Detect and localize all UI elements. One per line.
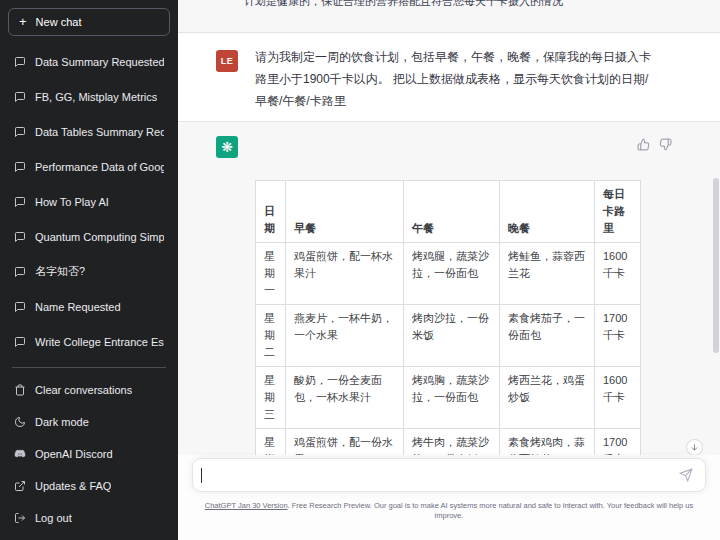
chat-bubble-icon — [14, 336, 26, 348]
menu-label: Log out — [35, 512, 72, 524]
menu-label: Clear conversations — [35, 384, 132, 396]
sidebar-chat-item[interactable]: 名字知否? — [8, 254, 170, 289]
cell-breakfast: 酸奶，一份全麦面包，一杯水果汁 — [286, 367, 404, 429]
chat-title: How To Play AI — [35, 196, 109, 208]
table-row: 星期一 鸡蛋煎饼，配一杯水果汁 烤鸡腿，蔬菜沙拉，一份面包 烤鲑鱼，蒜蓉西兰花 … — [256, 243, 641, 305]
updates-faq-button[interactable]: Updates & FAQ — [8, 470, 170, 502]
logout-icon — [14, 512, 26, 524]
discord-icon — [14, 448, 26, 460]
chat-bubble-icon — [14, 266, 26, 278]
scrollbar-thumb[interactable] — [713, 178, 719, 353]
cell-calories: 1700千卡 — [595, 305, 641, 367]
menu-label: Updates & FAQ — [35, 480, 111, 492]
footer-disclaimer: ChatGPT Jan 30 Version. Free Research Pr… — [200, 501, 698, 521]
openai-discord-button[interactable]: OpenAI Discord — [8, 438, 170, 470]
chat-title: Performance Data of Google — [35, 161, 164, 173]
cell-dinner: 烤西兰花，鸡蛋炒饭 — [500, 367, 595, 429]
cell-breakfast: 鸡蛋煎饼，配一杯水果汁 — [286, 243, 404, 305]
chat-bubble-icon — [14, 126, 26, 138]
plus-icon: + — [19, 17, 27, 27]
footer-text: . Free Research Preview. Our goal is to … — [288, 501, 694, 520]
new-chat-label: New chat — [36, 16, 82, 28]
send-icon[interactable] — [679, 468, 693, 482]
cell-day: 星期一 — [256, 243, 286, 305]
clear-conversations-button[interactable]: Clear conversations — [8, 374, 170, 406]
col-header: 晚餐 — [500, 181, 595, 243]
cell-breakfast: 燕麦片，一杯牛奶，一个水果 — [286, 305, 404, 367]
chat-title: FB, GG, Mistplay Metrics — [35, 91, 157, 103]
meal-plan-table: 日期 早餐 午餐 晚餐 每日卡路里 星期一 鸡蛋煎饼，配一杯水果汁 烤鸡腿，蔬菜… — [255, 180, 641, 455]
cell-breakfast: 鸡蛋煎饼，配一份水果 — [286, 429, 404, 456]
cell-calories: 1600千卡 — [595, 367, 641, 429]
cell-day: 星期四 — [256, 429, 286, 456]
composer-area: ChatGPT Jan 30 Version. Free Research Pr… — [178, 455, 720, 540]
text-cursor — [201, 468, 202, 483]
sidebar-divider — [12, 367, 166, 368]
chat-bubble-icon — [14, 301, 26, 313]
cell-lunch: 烤鸡胸，蔬菜沙拉，一份面包 — [404, 367, 500, 429]
col-header: 早餐 — [286, 181, 404, 243]
cell-day: 星期二 — [256, 305, 286, 367]
chat-title: Name Requested — [35, 301, 121, 313]
feedback-buttons — [637, 138, 672, 151]
menu-label: OpenAI Discord — [35, 448, 113, 460]
sidebar-chat-item[interactable]: Quantum Computing Simplifi — [8, 219, 170, 254]
col-header: 每日卡路里 — [595, 181, 641, 243]
user-message-text: 请为我制定一周的饮食计划，包括早餐，午餐，晚餐，保障我的每日摄入卡路里小于190… — [255, 46, 659, 121]
chat-title: Write College Entrance Essay — [35, 336, 164, 348]
chat-title: Data Tables Summary Reque — [35, 126, 164, 138]
sidebar-chat-item[interactable]: Data Tables Summary Reque — [8, 114, 170, 149]
cell-day: 星期三 — [256, 367, 286, 429]
table-header-row: 日期 早餐 午餐 晚餐 每日卡路里 — [256, 181, 641, 243]
previous-assistant-message: 计划是健康的，保证合理的营养搭配且符合您每天千卡摄入的情况 — [178, 0, 720, 33]
down-arrow-icon — [690, 443, 699, 452]
table-row: 星期二 燕麦片，一杯牛奶，一个水果 烤肉沙拉，一份米饭 素食烤茄子，一份面包 1… — [256, 305, 641, 367]
col-header: 日期 — [256, 181, 286, 243]
cell-dinner: 烤鲑鱼，蒜蓉西兰花 — [500, 243, 595, 305]
sidebar-chat-item[interactable]: FB, GG, Mistplay Metrics — [8, 79, 170, 114]
cell-dinner: 素食烤茄子，一份面包 — [500, 305, 595, 367]
cell-dinner: 素食烤鸡肉，蒜蓉西兰花 — [500, 429, 595, 456]
chat-title: 名字知否? — [35, 264, 85, 279]
openai-logo-icon: ❋ — [216, 136, 238, 158]
chat-title: Quantum Computing Simplifi — [35, 231, 164, 243]
chat-bubble-icon — [14, 91, 26, 103]
dark-mode-button[interactable]: Dark mode — [8, 406, 170, 438]
scroll-down-button[interactable] — [686, 439, 703, 456]
table-row: 星期四 鸡蛋煎饼，配一份水果 烤牛肉，蔬菜沙拉，一份米饭 素食烤鸡肉，蒜蓉西兰花… — [256, 429, 641, 456]
chat-bubble-icon — [14, 56, 26, 68]
cell-calories: 1600千卡 — [595, 243, 641, 305]
cell-lunch: 烤牛肉，蔬菜沙拉，一份米饭 — [404, 429, 500, 456]
sidebar-chat-item[interactable]: Write College Entrance Essay — [8, 324, 170, 359]
thumbs-down-icon[interactable] — [659, 138, 672, 151]
moon-icon — [14, 416, 26, 428]
chat-title: Data Summary Requested — [35, 56, 164, 68]
external-link-icon — [14, 480, 26, 492]
chat-bubble-icon — [14, 196, 26, 208]
log-out-button[interactable]: Log out — [8, 502, 170, 534]
sidebar-chat-item[interactable]: Name Requested — [8, 289, 170, 324]
chat-bubble-icon — [14, 231, 26, 243]
user-message: LE 请为我制定一周的饮食计划，包括早餐，午餐，晚餐，保障我的每日摄入卡路里小于… — [178, 33, 720, 122]
menu-label: Dark mode — [35, 416, 89, 428]
cell-lunch: 烤鸡腿，蔬菜沙拉，一份面包 — [404, 243, 500, 305]
new-chat-button[interactable]: + New chat — [8, 8, 170, 36]
thumbs-up-icon[interactable] — [637, 138, 650, 151]
message-input[interactable] — [192, 458, 706, 492]
previous-message-partial-text: 计划是健康的，保证合理的营养搭配且符合您每天千卡摄入的情况 — [244, 0, 563, 9]
sidebar-chat-item[interactable]: How To Play AI — [8, 184, 170, 219]
chat-history-list: Data Summary Requested FB, GG, Mistplay … — [8, 44, 170, 359]
col-header: 午餐 — [404, 181, 500, 243]
sidebar-chat-item[interactable]: Performance Data of Google — [8, 149, 170, 184]
sidebar-menu: Clear conversations Dark mode OpenAI Dis… — [8, 374, 170, 534]
version-link[interactable]: ChatGPT Jan 30 Version — [205, 501, 288, 510]
chat-panel: 计划是健康的，保证合理的营养搭配且符合您每天千卡摄入的情况 LE 请为我制定一周… — [178, 0, 720, 540]
user-avatar: LE — [216, 50, 238, 72]
cell-calories: 1700千卡 — [595, 429, 641, 456]
chat-bubble-icon — [14, 161, 26, 173]
cell-lunch: 烤肉沙拉，一份米饭 — [404, 305, 500, 367]
assistant-message: ❋ 日期 早餐 午餐 晚餐 每日卡路里 星期一 鸡蛋煎饼，配一杯水果汁 — [178, 122, 720, 455]
sidebar-chat-item[interactable]: Data Summary Requested — [8, 44, 170, 79]
table-row: 星期三 酸奶，一份全麦面包，一杯水果汁 烤鸡胸，蔬菜沙拉，一份面包 烤西兰花，鸡… — [256, 367, 641, 429]
sidebar: + New chat Data Summary Requested FB, GG… — [0, 0, 178, 540]
